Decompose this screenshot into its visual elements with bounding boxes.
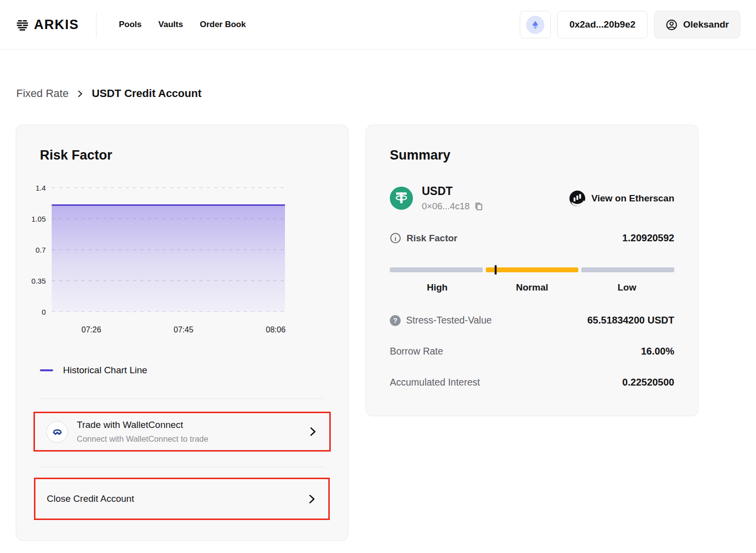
legend-label: Historical Chart Line bbox=[63, 365, 147, 376]
risk-factor-value: 1.20920592 bbox=[622, 232, 674, 244]
x-axis-tick-label: 08:06 bbox=[266, 325, 285, 334]
risk-chart-x-axis: 07:2607:4508:06 bbox=[52, 325, 285, 336]
gauge-label-low: Low bbox=[579, 282, 674, 293]
risk-card-title: Risk Factor bbox=[40, 148, 324, 163]
nav-vaults[interactable]: Vaults bbox=[158, 20, 183, 30]
breadcrumb-fixed-rate[interactable]: Fixed Rate bbox=[16, 87, 68, 100]
question-icon[interactable]: ? bbox=[390, 315, 401, 326]
view-on-etherscan-link[interactable]: View on Etherscan bbox=[569, 190, 674, 207]
borrow-rate-row: Borrow Rate 16.00% bbox=[390, 346, 674, 357]
arkis-logo-icon bbox=[16, 18, 29, 32]
divider bbox=[40, 467, 324, 467]
info-icon[interactable] bbox=[390, 232, 401, 244]
top-navbar: ARKIS Pools Vaults Order Book 0x2ad...20… bbox=[0, 0, 756, 50]
stress-value: 65.51834200 USDT bbox=[587, 315, 674, 326]
token-header-row: USDT 0×06...4c18 bbox=[390, 185, 674, 212]
historical-chart-line-area bbox=[52, 204, 285, 312]
risk-chart-plot: 00.350.71.051.4 bbox=[52, 188, 285, 312]
user-name: Oleksandr bbox=[683, 19, 729, 30]
y-axis-tick-label: 0.7 bbox=[35, 246, 46, 254]
breadcrumb: Fixed Rate USDT Credit Account bbox=[16, 87, 740, 100]
etherscan-icon bbox=[569, 190, 586, 207]
x-axis-tick-label: 07:26 bbox=[82, 325, 101, 334]
chevron-right-icon bbox=[308, 426, 318, 437]
main-content: Risk Factor 00.350.71.051.4 07:2607:4508… bbox=[16, 125, 740, 553]
tether-icon bbox=[390, 187, 413, 210]
etherscan-label: View on Etherscan bbox=[591, 193, 674, 204]
gauge-label-high: High bbox=[390, 282, 485, 293]
gauge-labels: High Normal Low bbox=[390, 282, 674, 293]
accumulated-interest-row: Accumulated Interest 0.22520500 bbox=[390, 377, 674, 388]
accumulated-interest-value: 0.22520500 bbox=[622, 377, 674, 388]
summary-card: Summary USDT 0×06...4c18 bbox=[366, 125, 698, 416]
borrow-rate-label: Borrow Rate bbox=[390, 346, 443, 357]
gauge-segment-normal bbox=[486, 267, 579, 272]
trade-action-title: Trade with WalletConnect bbox=[77, 420, 208, 430]
arkis-logo[interactable]: ARKIS bbox=[16, 17, 79, 33]
main-nav: Pools Vaults Order Book bbox=[119, 20, 246, 30]
token-address: 0×06...4c18 bbox=[422, 201, 470, 212]
chevron-right-icon bbox=[76, 90, 84, 98]
header-divider bbox=[96, 12, 96, 37]
accumulated-interest-label: Accumulated Interest bbox=[390, 377, 480, 388]
y-axis-tick-label: 0 bbox=[42, 308, 46, 316]
risk-factor-card: Risk Factor 00.350.71.051.4 07:2607:4508… bbox=[16, 125, 348, 541]
trade-action-subtitle: Connect with WalletConnect to trade bbox=[77, 434, 208, 444]
gauge-label-normal: Normal bbox=[485, 282, 580, 293]
gauge-segment-low bbox=[581, 267, 674, 272]
borrow-rate-value: 16.00% bbox=[641, 346, 674, 357]
gauge-marker bbox=[495, 265, 497, 275]
x-axis-tick-label: 07:45 bbox=[174, 325, 193, 334]
risk-factor-label: Risk Factor bbox=[407, 233, 457, 244]
page-title: USDT Credit Account bbox=[92, 87, 201, 100]
legend-line-swatch bbox=[40, 369, 53, 371]
summary-title: Summary bbox=[390, 148, 674, 163]
y-axis-tick-label: 1.4 bbox=[35, 184, 46, 192]
user-account-button[interactable]: Oleksandr bbox=[654, 11, 740, 38]
divider bbox=[40, 398, 324, 399]
close-action-title: Close Credit Account bbox=[47, 493, 134, 504]
nav-pools[interactable]: Pools bbox=[119, 20, 142, 30]
chart-legend: Historical Chart Line bbox=[40, 365, 324, 376]
chevron-right-icon bbox=[307, 494, 317, 504]
trade-action-texts: Trade with WalletConnect Connect with Wa… bbox=[77, 420, 208, 444]
copy-icon[interactable] bbox=[474, 202, 483, 211]
risk-factor-chart: 00.350.71.051.4 07:2607:4508:06 bbox=[40, 188, 324, 336]
risk-factor-row: Risk Factor 1.20920592 bbox=[390, 232, 674, 244]
ethereum-icon bbox=[526, 16, 544, 34]
wallet-address-button[interactable]: 0x2ad...20b9e2 bbox=[557, 11, 648, 38]
stress-label: Stress-Tested-Value bbox=[406, 315, 492, 326]
gauge-segment-high bbox=[390, 267, 483, 272]
risk-gauge bbox=[390, 267, 674, 272]
token-symbol: USDT bbox=[422, 185, 483, 198]
brand-name: ARKIS bbox=[34, 17, 79, 33]
nav-order-book[interactable]: Order Book bbox=[200, 20, 246, 30]
chart-gridline: 1.4 bbox=[52, 187, 285, 188]
header-actions: 0x2ad...20b9e2 Oleksandr bbox=[520, 11, 740, 38]
close-credit-account-button[interactable]: Close Credit Account bbox=[34, 478, 330, 520]
walletconnect-icon bbox=[46, 421, 68, 443]
y-axis-tick-label: 0.35 bbox=[32, 277, 46, 285]
token-address-row: 0×06...4c18 bbox=[422, 201, 483, 212]
stress-tested-value-row: ? Stress-Tested-Value 65.51834200 USDT bbox=[390, 315, 674, 326]
network-selector-button[interactable] bbox=[520, 11, 551, 38]
token-texts: USDT 0×06...4c18 bbox=[422, 185, 483, 212]
y-axis-tick-label: 1.05 bbox=[32, 215, 46, 223]
user-icon bbox=[665, 19, 678, 31]
trade-with-walletconnect-button[interactable]: Trade with WalletConnect Connect with Wa… bbox=[33, 412, 331, 452]
